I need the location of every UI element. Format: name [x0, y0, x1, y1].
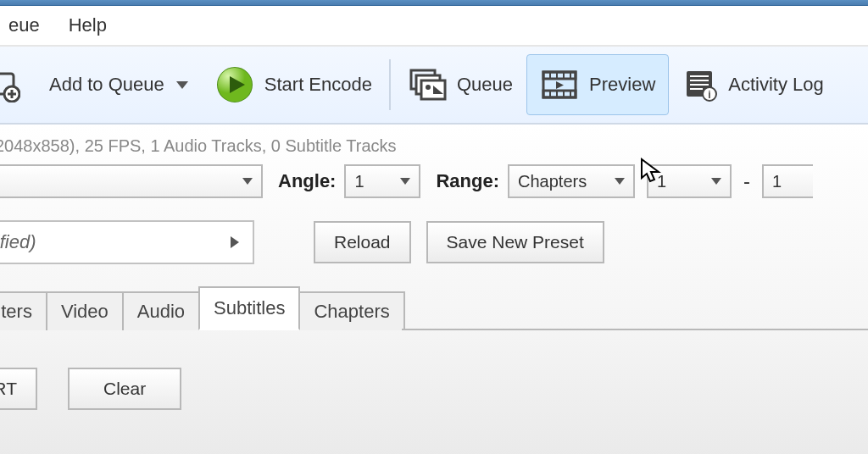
- preset-select[interactable]: Modified): [0, 220, 254, 264]
- menu-item-queue[interactable]: eue: [8, 14, 40, 36]
- dropdown-caret-icon: [176, 81, 188, 89]
- tab-chapters-label: Chapters: [314, 301, 389, 323]
- tab-video[interactable]: Video: [46, 291, 124, 330]
- save-new-preset-button[interactable]: Save New Preset: [426, 221, 604, 263]
- folder-plus-icon: [0, 67, 20, 102]
- add-to-queue-button[interactable]: Add to Queue: [36, 55, 202, 114]
- preview-label: Preview: [589, 74, 655, 96]
- tab-audio-label: Audio: [137, 301, 185, 323]
- clear-button[interactable]: Clear: [68, 368, 181, 410]
- tab-strip: [402, 291, 868, 330]
- preview-icon: [540, 67, 579, 102]
- menubar: eue Help: [0, 6, 868, 47]
- tab-subtitles[interactable]: Subtitles: [198, 286, 300, 330]
- subtitle-toolbar: ort SRT Clear: [0, 368, 868, 410]
- triangle-right-icon: [231, 236, 239, 248]
- chevron-down-icon: [711, 178, 721, 185]
- window-titlebar-border: [0, 0, 868, 6]
- tab-bar: Filters Video Audio Subtitles Chapters: [0, 286, 868, 330]
- tab-video-label: Video: [61, 301, 108, 323]
- tab-chapters[interactable]: Chapters: [298, 291, 404, 330]
- preview-button[interactable]: Preview: [526, 54, 669, 115]
- queue-icon: [408, 67, 447, 102]
- reload-button[interactable]: Reload: [314, 221, 411, 263]
- queue-button[interactable]: Queue: [394, 55, 526, 114]
- tab-audio[interactable]: Audio: [122, 291, 200, 330]
- add-to-queue-label: Add to Queue: [49, 74, 164, 96]
- preset-row: Modified) Reload Save New Preset: [0, 220, 868, 264]
- clear-label: Clear: [103, 379, 146, 399]
- tab-subtitles-label: Subtitles: [214, 297, 285, 319]
- range-type-select[interactable]: Chapters: [508, 164, 635, 198]
- title-select[interactable]: [0, 164, 263, 198]
- svg-marker-23: [556, 81, 564, 89]
- svg-text:i: i: [709, 89, 711, 101]
- range-end-value: 1: [772, 172, 782, 191]
- chevron-down-icon: [400, 178, 410, 185]
- range-type-value: Chapters: [518, 172, 587, 191]
- chevron-down-icon: [242, 178, 253, 185]
- svg-point-10: [426, 85, 431, 90]
- toolbar-separator: [389, 59, 391, 110]
- menu-item-help[interactable]: Help: [69, 14, 107, 36]
- range-separator: -: [743, 169, 750, 193]
- start-encode-label: Start Encode: [264, 74, 372, 96]
- angle-value: 1: [354, 172, 364, 191]
- range-start-value: 1: [657, 172, 666, 191]
- open-source-button[interactable]: [0, 55, 36, 114]
- queue-label: Queue: [457, 74, 513, 96]
- tab-filters-label: Filters: [0, 301, 32, 323]
- toolbar: Add to Queue Start Encode Queue: [0, 47, 868, 125]
- import-srt-label: ort SRT: [0, 379, 17, 399]
- preset-value: Modified): [0, 231, 36, 253]
- play-icon: [215, 65, 254, 104]
- source-info-text: 2048x858), 25 FPS, 1 Audio Tracks, 0 Sub…: [0, 125, 868, 164]
- activity-log-label: Activity Log: [728, 74, 824, 96]
- import-srt-button[interactable]: ort SRT: [0, 368, 37, 410]
- save-new-preset-label: Save New Preset: [447, 232, 584, 252]
- range-end-select[interactable]: 1: [762, 164, 813, 198]
- activity-log-button[interactable]: i Activity Log: [669, 55, 837, 114]
- reload-label: Reload: [334, 232, 391, 252]
- chevron-down-icon: [615, 178, 625, 185]
- log-icon: i: [682, 67, 718, 102]
- tab-filters[interactable]: Filters: [0, 291, 47, 330]
- range-start-select[interactable]: 1: [647, 164, 732, 198]
- start-encode-button[interactable]: Start Encode: [202, 55, 386, 114]
- angle-label: Angle:: [278, 170, 336, 192]
- range-label: Range:: [436, 170, 499, 192]
- angle-select[interactable]: 1: [344, 164, 420, 198]
- title-range-row: Angle: 1 Range: Chapters 1 - 1: [0, 164, 868, 198]
- content-area: 2048x858), 25 FPS, 1 Audio Tracks, 0 Sub…: [0, 125, 868, 454]
